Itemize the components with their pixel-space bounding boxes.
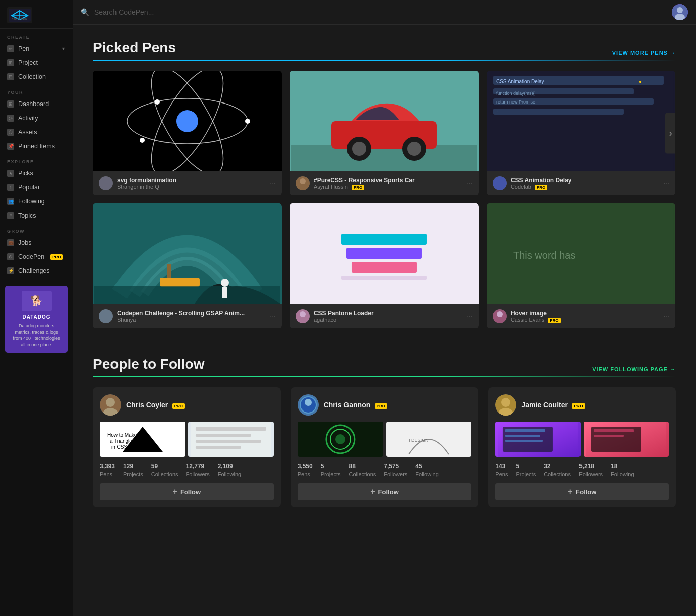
- pen-options-button[interactable]: ···: [270, 179, 276, 187]
- sidebar-item-pen[interactable]: ✏ Pen ▼: [0, 42, 73, 56]
- svg-rect-48: [352, 262, 417, 273]
- follow-label-gannon: Follow: [378, 488, 399, 496]
- stat-followers-label: Followers: [186, 471, 210, 477]
- sidebar-item-topics[interactable]: # Topics: [0, 209, 73, 223]
- person-pro-badge-coulter: PRO: [572, 403, 585, 409]
- people-grid: Chris Coyler PRO How to Make a Triangle …: [93, 387, 676, 507]
- follow-button-coyler[interactable]: + Follow: [100, 483, 274, 500]
- stat-projects-label-g: Projects: [321, 471, 341, 477]
- svg-text:CSS Animation Delay: CSS Animation Delay: [496, 79, 544, 84]
- stat-projects-val-c: 5: [516, 463, 536, 470]
- svg-rect-47: [346, 248, 422, 259]
- ad-box[interactable]: 🐕 DATADOG Datadog monitors metrics, trac…: [5, 286, 68, 353]
- sidebar-item-codepen-pro[interactable]: ⊙ CodePen PRO: [0, 250, 73, 264]
- pen-thumbnail-atom: [93, 71, 282, 171]
- person-name-area: Chris Coyler PRO: [126, 400, 185, 409]
- picked-pens-divider: [93, 60, 676, 61]
- sidebar-item-activity[interactable]: ◎ Activity: [0, 111, 73, 125]
- pen-options-button-boat[interactable]: ···: [270, 312, 276, 320]
- svg-rect-27: [488, 71, 674, 171]
- svg-point-44: [99, 309, 113, 323]
- pen-card[interactable]: #PureCSS - Responsive Sports Car Asyraf …: [290, 71, 479, 195]
- svg-rect-68: [196, 446, 241, 449]
- svg-point-16: [140, 138, 145, 143]
- stat-collections-val-c: 32: [544, 463, 571, 470]
- pen-title-hover: Hover image: [511, 310, 659, 317]
- people-to-follow-header: People to Follow VIEW FOLLOWING PAGE →: [93, 356, 676, 372]
- plus-icon-c: +: [568, 487, 572, 496]
- person-thumb-4: I DESIGN: [386, 422, 472, 457]
- view-following-link[interactable]: VIEW FOLLOWING PAGE →: [592, 366, 676, 372]
- pen-card-hover[interactable]: This word has Hover image Cassie Evans: [487, 203, 675, 328]
- stat-following-label: Following: [218, 471, 241, 477]
- view-more-pens-link[interactable]: VIEW MORE PENS →: [612, 50, 676, 56]
- svg-point-71: [305, 399, 312, 406]
- stat-following-val-g: 45: [415, 463, 438, 470]
- explore-label: EXPLORE: [0, 153, 73, 166]
- topbar: 🔍: [73, 0, 696, 25]
- pen-info-css: CSS Animation Delay Codelab PRO ···: [487, 171, 675, 195]
- pen-card-pantone[interactable]: CSS Pantone Loader agathaco ···: [290, 203, 479, 328]
- collection-icon: ⊟: [7, 73, 14, 80]
- pen-card-hover: This word has Hover image Cassie Evans: [487, 203, 675, 328]
- pen-meta-css: CSS Animation Delay Codelab PRO: [511, 177, 659, 190]
- assets-icon: ⬡: [7, 129, 14, 136]
- pen-options-button-hover[interactable]: ···: [663, 312, 669, 320]
- main-content: 🔍 Picked Pens VIEW MORE PENS →: [73, 0, 696, 616]
- pen-card[interactable]: svg formulanimation Stranger in the Q ··…: [93, 71, 282, 195]
- stat-pens-c: 143 Pens: [495, 463, 508, 477]
- following-icon: 👥: [7, 198, 14, 205]
- stat-following-val: 2,109: [218, 463, 241, 470]
- sidebar-item-picks[interactable]: ★ Picks: [0, 166, 73, 180]
- follow-button-coulter[interactable]: + Follow: [495, 483, 669, 500]
- pen-info-pantone: CSS Pantone Loader agathaco ···: [290, 304, 479, 328]
- person-name-gannon: Chris Gannon: [324, 401, 371, 409]
- pen-card-css[interactable]: ● CSS Animation Delay function delay(ms)…: [487, 71, 675, 195]
- sidebar-item-jobs[interactable]: 💼 Jobs: [0, 236, 73, 250]
- sidebar-item-dashboard[interactable]: ⊞ Dashboard: [0, 97, 73, 111]
- pen-card-boat[interactable]: Codepen Challenge - Scrolling GSAP Anim.…: [93, 203, 282, 328]
- search-input[interactable]: [94, 8, 667, 16]
- stat-collections-label-g: Collections: [349, 471, 376, 477]
- person-stats-coulter: 143 Pens 5 Projects 32 Collections 5,2: [495, 463, 669, 477]
- sidebar-item-following[interactable]: 👥 Following: [0, 194, 73, 209]
- person-thumb-3: [298, 422, 383, 457]
- stat-collections-c: 32 Collections: [544, 463, 571, 477]
- person-name-coyler: Chris Coyler: [126, 401, 168, 409]
- sidebar: CODEPEN CREATE ✏ Pen ▼ ⊞ Project ⊟ Colle…: [0, 0, 73, 616]
- pen-author-avatar: [99, 176, 113, 190]
- svg-rect-83: [505, 429, 545, 432]
- svg-rect-43: [222, 287, 227, 298]
- dog-icon: 🐕: [30, 295, 43, 307]
- pen-info-car: #PureCSS - Responsive Sports Car Asyraf …: [290, 171, 479, 195]
- sidebar-item-challenges[interactable]: ⚡ Challenges: [0, 264, 73, 278]
- sidebar-item-popular[interactable]: ↑ Popular: [0, 180, 73, 194]
- stat-pens: 3,393 Pens: [100, 463, 115, 477]
- stat-projects-val: 129: [123, 463, 143, 470]
- author-pro-badge-css: PRO: [535, 185, 547, 190]
- pens-row-1: svg formulanimation Stranger in the Q ··…: [93, 71, 676, 195]
- pen-author-pantone: agathaco: [314, 317, 462, 323]
- pen-options-button-css[interactable]: ···: [663, 179, 669, 187]
- stat-followers: 12,779 Followers: [186, 463, 210, 477]
- svg-rect-89: [594, 435, 624, 437]
- user-avatar[interactable]: [672, 4, 688, 20]
- carousel-next-button[interactable]: ›: [665, 113, 675, 154]
- pen-info-boat: Codepen Challenge - Scrolling GSAP Anim.…: [93, 304, 282, 328]
- sidebar-item-collection[interactable]: ⊟ Collection: [0, 70, 73, 84]
- pen-options-button-car[interactable]: ···: [467, 179, 473, 187]
- person-header-coyler: Chris Coyler PRO: [100, 394, 274, 416]
- follow-button-gannon[interactable]: + Follow: [298, 483, 472, 500]
- person-card-coulter: Jamie Coulter PRO: [488, 387, 676, 507]
- pen-options-button-pantone[interactable]: ···: [467, 312, 473, 320]
- pen-card-css: ● CSS Animation Delay function delay(ms)…: [487, 71, 675, 195]
- stat-pens-label-c: Pens: [495, 471, 508, 477]
- stat-collections-g: 88 Collections: [349, 463, 376, 477]
- sidebar-item-assets[interactable]: ⬡ Assets: [0, 125, 73, 139]
- pen-icon: ✏: [7, 45, 14, 52]
- sidebar-item-project[interactable]: ⊞ Project: [0, 56, 73, 70]
- sidebar-item-pinned[interactable]: 📌 Pinned Items: [0, 139, 73, 153]
- stat-projects: 129 Projects: [123, 463, 143, 477]
- codepen-logo[interactable]: CODEPEN: [7, 7, 32, 23]
- picked-pens-title: Picked Pens: [93, 40, 176, 56]
